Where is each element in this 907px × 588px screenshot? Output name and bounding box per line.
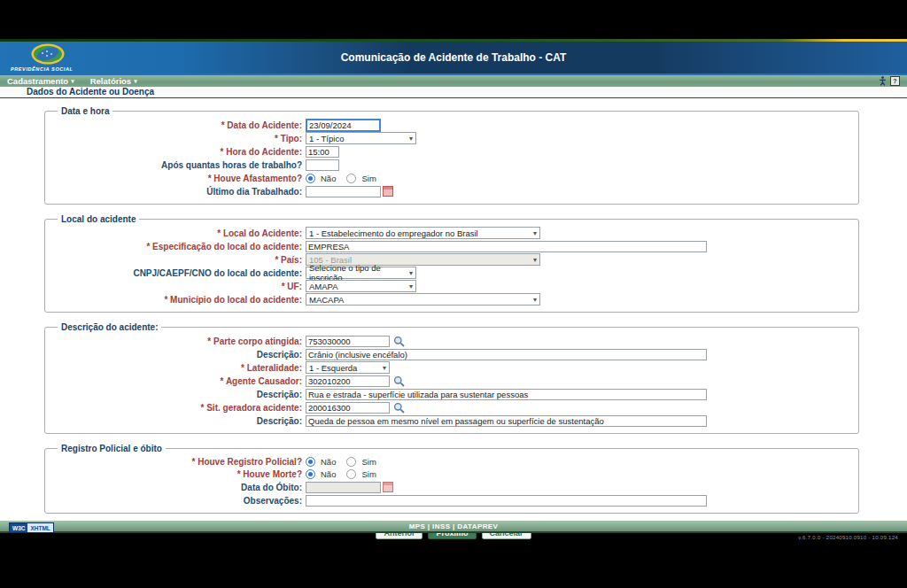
form-row: * Lateralidade: 1 - Esquerda ▾ bbox=[52, 361, 851, 374]
horas-trabalho-label: Após quantas horas de trabalho? bbox=[52, 160, 306, 170]
chevron-down-icon: ▾ bbox=[134, 78, 137, 85]
form-row: * Município do local do acidente: MACAPA… bbox=[52, 293, 851, 306]
municipio-select[interactable]: MACAPA ▾ bbox=[306, 293, 540, 306]
chevron-down-icon: ▾ bbox=[409, 135, 413, 143]
form-row: Data do Óbito: bbox=[52, 481, 851, 493]
lateralidade-select[interactable]: 1 - Esquerda ▾ bbox=[306, 361, 390, 374]
hora-acidente-input[interactable] bbox=[306, 146, 339, 158]
w3c-badge-label: W3C bbox=[10, 523, 27, 532]
menu-cadastramento[interactable]: Cadastramento ▾ bbox=[7, 76, 74, 86]
form-row: Após quantas horas de trabalho? bbox=[52, 159, 851, 171]
version-text: v.6.7.0.0 - 20240910.0910 - 10.09.124 bbox=[798, 535, 898, 540]
registro-sim-radio[interactable] bbox=[346, 457, 356, 467]
local-acidente-value: 1 - Estabelecimento do empregador no Bra… bbox=[309, 228, 478, 238]
fieldset-data-e-hora: Data e hora * Data do Acidente: * Tipo: … bbox=[44, 106, 859, 205]
descricao-parte-input[interactable] bbox=[306, 349, 707, 360]
chevron-down-icon: ▾ bbox=[533, 256, 537, 264]
morte-sim-radio[interactable] bbox=[346, 469, 356, 479]
morte-nao-radio[interactable] bbox=[306, 469, 315, 479]
data-acidente-input[interactable] bbox=[306, 119, 381, 132]
form-row: * Houve Registro Policial? Não Sim bbox=[52, 456, 851, 468]
fieldset-registro-policial: Registro Policial e óbito * Houve Regist… bbox=[44, 444, 859, 514]
data-obito-input bbox=[306, 482, 381, 493]
houve-afastamento-group: Não Sim bbox=[306, 174, 385, 183]
app-header: PREVIDÊNCIA SOCIAL Comunicação de Aciden… bbox=[0, 42, 907, 74]
fieldset-legend: Registro Policial e óbito bbox=[58, 444, 166, 453]
help-icon[interactable]: ? bbox=[890, 76, 900, 86]
fieldset-legend: Descrição do acidente: bbox=[58, 322, 161, 332]
form-area: Data e hora * Data do Acidente: * Tipo: … bbox=[0, 98, 907, 521]
houve-morte-label: * Houve Morte? bbox=[52, 469, 306, 479]
page-title: Comunicação de Acidente de Trabalho - CA… bbox=[0, 51, 907, 64]
agente-causador-input[interactable] bbox=[306, 375, 390, 387]
accessibility-icon[interactable] bbox=[879, 76, 887, 86]
form-row: * UF: AMAPA ▾ bbox=[52, 280, 851, 292]
lateralidade-label: * Lateralidade: bbox=[52, 363, 306, 373]
cnpj-tipo-select[interactable]: Selecione o tipo de inscrição ▾ bbox=[306, 267, 416, 279]
registro-nao-radio[interactable] bbox=[306, 457, 315, 467]
observacoes-label: Observações: bbox=[52, 496, 306, 506]
form-row: Último dia Trabalhado: bbox=[52, 185, 851, 197]
uf-label: * UF: bbox=[52, 282, 306, 291]
form-row: * Parte corpo atingida: bbox=[52, 335, 851, 347]
chevron-down-icon: ▾ bbox=[409, 282, 413, 290]
radio-label-nao: Não bbox=[321, 174, 336, 183]
fieldset-descricao-acidente: Descrição do acidente: * Parte corpo ati… bbox=[44, 322, 859, 434]
menu-utilities: ? bbox=[879, 76, 900, 86]
form-row: Descrição: bbox=[52, 414, 851, 427]
descricao-agente-input[interactable] bbox=[306, 389, 707, 400]
breadcrumb-row: Dados do Acidente ou Doença bbox=[0, 87, 907, 98]
pais-label: * País: bbox=[52, 255, 306, 265]
radio-label-sim: Sim bbox=[361, 174, 376, 183]
chevron-down-icon: ▾ bbox=[533, 229, 537, 237]
form-row: * Houve Morte? Não Sim bbox=[52, 468, 851, 480]
houve-morte-group: Não Sim bbox=[306, 469, 385, 479]
ultimo-dia-label: Último dia Trabalhado: bbox=[52, 187, 306, 197]
logo-label: PREVIDÊNCIA SOCIAL bbox=[11, 66, 117, 72]
fieldset-legend: Data e hora bbox=[58, 106, 112, 116]
tipo-label: * Tipo: bbox=[52, 134, 306, 143]
form-row: Observações: bbox=[52, 494, 851, 507]
especificacao-input[interactable] bbox=[306, 241, 707, 252]
parte-corpo-input[interactable] bbox=[306, 336, 390, 347]
xhtml-badge-label: XHTML bbox=[27, 523, 52, 532]
form-row: * Data do Acidente: bbox=[52, 119, 851, 131]
chevron-down-icon: ▾ bbox=[383, 364, 386, 372]
afastamento-nao-radio[interactable] bbox=[306, 174, 315, 183]
local-acidente-select[interactable]: 1 - Estabelecimento do empregador no Bra… bbox=[306, 227, 540, 239]
footer-bar: W3C XHTML MPS | INSS | DATAPREV bbox=[0, 521, 907, 533]
afastamento-sim-radio[interactable] bbox=[346, 174, 356, 183]
form-row: * Houve Afastamento? Não Sim bbox=[52, 172, 851, 184]
search-icon[interactable] bbox=[393, 336, 405, 347]
parte-corpo-label: * Parte corpo atingida: bbox=[52, 337, 306, 346]
sit-geradora-input[interactable] bbox=[306, 402, 390, 414]
footer-orgs-label: MPS | INSS | DATAPREV bbox=[409, 522, 499, 530]
chevron-down-icon: ▾ bbox=[533, 296, 537, 304]
search-icon[interactable] bbox=[393, 375, 405, 387]
hora-acidente-label: * Hora do Acidente: bbox=[52, 147, 306, 157]
agente-causador-label: * Agente Causador: bbox=[52, 376, 306, 386]
menu-relatorios-label: Relatórios bbox=[90, 76, 131, 86]
data-obito-label: Data do Óbito: bbox=[52, 483, 306, 492]
menu-relatorios[interactable]: Relatórios ▾ bbox=[90, 76, 137, 86]
menu-cadastramento-label: Cadastramento bbox=[7, 76, 68, 86]
radio-label-sim: Sim bbox=[361, 457, 376, 467]
form-row: * País: 105 - Brasil ▾ bbox=[52, 253, 851, 266]
horas-trabalho-input[interactable] bbox=[306, 159, 339, 171]
radio-label-sim: Sim bbox=[361, 469, 376, 479]
descricao-sit-input[interactable] bbox=[306, 415, 707, 427]
form-row: Descrição: bbox=[52, 348, 851, 360]
uf-select[interactable]: AMAPA ▾ bbox=[306, 280, 416, 292]
search-icon[interactable] bbox=[393, 402, 405, 414]
municipio-label: * Município do local do acidente: bbox=[52, 295, 306, 305]
tipo-select[interactable]: 1 - Típico ▾ bbox=[306, 132, 416, 144]
observacoes-input[interactable] bbox=[306, 495, 707, 507]
uf-value: AMAPA bbox=[309, 282, 338, 291]
houve-afastamento-label: * Houve Afastamento? bbox=[52, 174, 306, 183]
ultimo-dia-input[interactable] bbox=[306, 186, 381, 197]
menu-bar: Cadastramento ▾ Relatórios ▾ ? bbox=[0, 74, 907, 87]
form-row: * Hora do Acidente: bbox=[52, 145, 851, 158]
w3c-xhtml-badge[interactable]: W3C XHTML bbox=[9, 522, 54, 533]
form-row: * Sit. geradora acidente: bbox=[52, 401, 851, 414]
calendar-icon[interactable] bbox=[383, 186, 393, 197]
